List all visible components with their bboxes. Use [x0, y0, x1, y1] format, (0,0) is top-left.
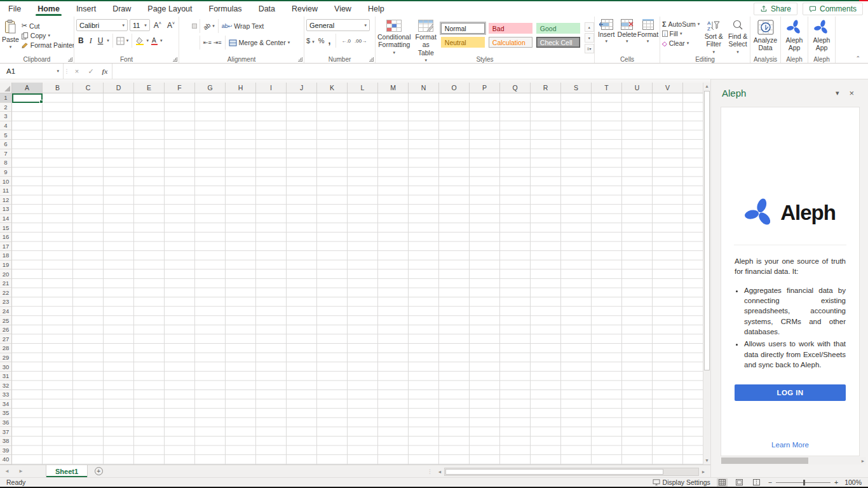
comma-button[interactable]: , [328, 36, 330, 46]
row-header-16[interactable]: 16 [0, 233, 12, 242]
row-header-32[interactable]: 32 [0, 381, 12, 390]
name-box[interactable]: A1 ▾ [0, 64, 64, 79]
column-header-s[interactable]: S [561, 83, 592, 93]
menu-tab-review[interactable]: Review [283, 1, 326, 17]
comments-button[interactable]: Comments [803, 3, 863, 15]
page-break-view-button[interactable] [751, 478, 762, 487]
row-header-22[interactable]: 22 [0, 288, 12, 297]
column-header-r[interactable]: R [531, 83, 561, 93]
row-header-35[interactable]: 35 [0, 409, 12, 418]
insert-function-button[interactable]: fx [98, 64, 112, 79]
zoom-out-button[interactable]: − [768, 478, 772, 486]
analyze-data-button[interactable]: Analyze Data [752, 19, 778, 52]
column-header-h[interactable]: H [226, 83, 256, 93]
row-header-13[interactable]: 13 [0, 205, 12, 214]
column-header-c[interactable]: C [73, 83, 104, 93]
orientation-button[interactable]: ab [202, 21, 212, 30]
copy-button[interactable]: Copy ▾ [22, 32, 74, 39]
scrollbar-resize-handle[interactable]: ⋮ [427, 468, 433, 475]
alignment-dialog-launcher[interactable] [298, 57, 302, 62]
column-header-l[interactable]: L [348, 83, 378, 93]
scroll-up-arrow[interactable]: ▲ [703, 83, 710, 90]
align-middle-button[interactable] [187, 24, 191, 28]
grow-font-button[interactable]: A˄ [152, 21, 163, 30]
menu-tab-formulas[interactable]: Formulas [201, 1, 250, 17]
styles-gallery-up-button[interactable]: ▴ [585, 22, 594, 32]
row-header-5[interactable]: 5 [0, 130, 12, 140]
row-header-9[interactable]: 9 [0, 168, 12, 177]
styles-gallery-down-button[interactable]: ▾ [585, 33, 594, 43]
percent-button[interactable]: % [318, 37, 325, 44]
cell-style-checkcell[interactable]: Check Cell [536, 37, 580, 48]
styles-gallery-more-button[interactable]: ≡▾ [585, 44, 594, 53]
task-pane-scroll-thumb[interactable] [721, 458, 808, 464]
row-header-14[interactable]: 14 [0, 214, 12, 224]
scroll-right-arrow[interactable]: ► [700, 470, 707, 474]
column-header-k[interactable]: K [317, 83, 348, 93]
prev-sheet-button[interactable]: ◄ [0, 465, 14, 477]
increase-indent-button[interactable]: ⇥≡ [214, 39, 222, 46]
cells-area[interactable] [12, 93, 703, 464]
menu-tab-view[interactable]: View [326, 1, 360, 17]
formula-input[interactable] [112, 64, 868, 79]
task-pane-options-chevron[interactable]: ▾ [831, 89, 844, 97]
currency-button[interactable]: $ ▾ [306, 37, 315, 44]
collapse-ribbon-button[interactable]: ⌃ [855, 55, 860, 62]
share-button[interactable]: Share [754, 3, 797, 15]
column-headers[interactable]: ABCDEFGHIJKLMNOPQRSTUV [12, 83, 703, 93]
menu-tab-draw[interactable]: Draw [104, 1, 139, 17]
menu-tab-help[interactable]: Help [360, 1, 393, 17]
learn-more-link[interactable]: Learn More [721, 441, 859, 449]
cell-style-normal[interactable]: Normal [441, 23, 485, 34]
row-header-10[interactable]: 10 [0, 177, 12, 186]
sort-filter-button[interactable]: AZ Sort & Filter ▾ [703, 19, 724, 55]
row-header-23[interactable]: 23 [0, 297, 12, 307]
zoom-in-button[interactable]: + [834, 478, 838, 486]
vertical-scroll-thumb[interactable] [704, 91, 710, 370]
format-painter-button[interactable]: Format Painter [22, 41, 74, 49]
row-header-34[interactable]: 34 [0, 400, 12, 409]
align-right-button[interactable] [193, 41, 196, 44]
scroll-left-arrow[interactable]: ◄ [437, 470, 443, 474]
menu-tab-page-layout[interactable]: Page Layout [139, 1, 200, 17]
column-header-d[interactable]: D [104, 83, 134, 93]
cell-style-bad[interactable]: Bad [489, 23, 532, 34]
row-header-2[interactable]: 2 [0, 103, 12, 112]
column-header-j[interactable]: J [287, 83, 317, 93]
align-top-button[interactable] [181, 24, 185, 28]
menu-tab-file[interactable]: File [0, 1, 29, 17]
row-header-28[interactable]: 28 [0, 344, 12, 353]
row-header-24[interactable]: 24 [0, 307, 12, 316]
increase-decimal-button[interactable]: ←.0 [341, 38, 351, 44]
row-header-38[interactable]: 38 [0, 437, 12, 446]
cut-button[interactable]: ✂ Cut [22, 22, 74, 30]
font-name-combo[interactable]: Calibri▾ [76, 19, 128, 31]
zoom-thumb[interactable] [803, 480, 805, 485]
decrease-decimal-button[interactable]: .00→ [355, 38, 367, 44]
column-header-v[interactable]: V [653, 83, 683, 93]
row-header-27[interactable]: 27 [0, 334, 12, 344]
wrap-text-button[interactable]: ab↩ Wrap Text [222, 22, 264, 30]
worksheet-grid[interactable]: ABCDEFGHIJKLMNOPQRSTUV 12345678910111213… [0, 83, 703, 464]
aleph-app-button-1[interactable]: Aleph App [783, 19, 806, 52]
column-header-n[interactable]: N [409, 83, 439, 93]
row-header-4[interactable]: 4 [0, 121, 12, 131]
page-layout-view-button[interactable] [734, 478, 745, 487]
find-select-button[interactable]: Find & Select ▾ [728, 19, 748, 55]
task-pane-scroll-right-arrow[interactable]: ► [860, 459, 866, 463]
cell-style-neutral[interactable]: Neutral [441, 37, 485, 48]
column-header-i[interactable]: I [256, 83, 287, 93]
number-dialog-launcher[interactable] [369, 57, 374, 62]
column-header-q[interactable]: Q [500, 83, 531, 93]
bold-button[interactable]: B [76, 36, 86, 45]
row-header-39[interactable]: 39 [0, 446, 12, 456]
format-cells-button[interactable]: Format ▾ [638, 19, 658, 44]
task-pane-close-button[interactable]: × [844, 88, 859, 98]
row-header-1[interactable]: 1 [0, 93, 12, 103]
vertical-scrollbar[interactable]: ▲ ▼ [703, 83, 710, 464]
row-header-37[interactable]: 37 [0, 427, 12, 437]
scroll-down-arrow[interactable]: ▼ [703, 457, 710, 464]
column-header-f[interactable]: F [165, 83, 195, 93]
normal-view-button[interactable] [717, 478, 728, 487]
font-color-button[interactable]: A [151, 37, 158, 45]
